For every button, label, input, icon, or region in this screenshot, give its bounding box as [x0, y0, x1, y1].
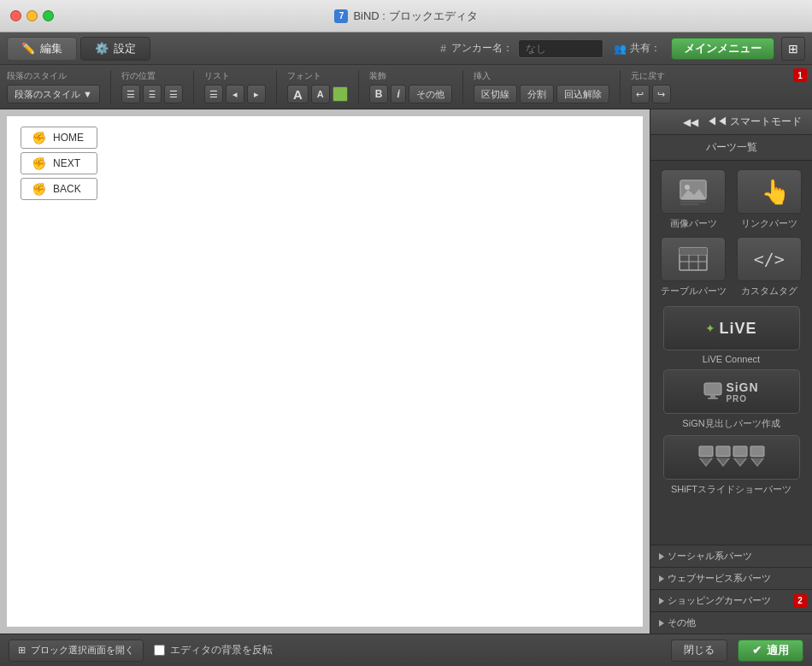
sign-text-area: SiGN PRO [726, 380, 758, 404]
next-nav-button[interactable]: ✊ NEXT [21, 152, 97, 174]
next-hand-icon: ✊ [32, 156, 46, 170]
apply-check-icon: ✔ [752, 644, 762, 657]
redo-icon: ↪ [657, 89, 665, 100]
live-dots-icon: ✦ [705, 321, 715, 335]
list-button[interactable]: ☰ [204, 85, 223, 103]
live-connect-button[interactable]: ✦ LiVE [663, 306, 800, 351]
tab-settings[interactable]: ⚙️ 設定 [80, 37, 150, 61]
svg-text:👆: 👆 [761, 178, 785, 206]
smart-mode-button[interactable]: ◀◀ ◀◀ スマートモード [650, 109, 812, 135]
anchor-input[interactable] [518, 39, 603, 58]
shopping-section[interactable]: ショッピングカーパーツ 2 [650, 589, 812, 611]
table-parts-item[interactable]: テーブルパーツ [659, 237, 728, 298]
align-right-icon: ☰ [169, 89, 178, 100]
background-invert-checkbox[interactable] [154, 645, 165, 656]
insert-label: 挿入 [474, 70, 491, 82]
svg-rect-21 [716, 446, 730, 457]
title-bar: 7 BiND : ブロックエディタ [0, 0, 812, 32]
custom-tag-item[interactable]: </> カスタムタグ [735, 237, 804, 298]
apply-label: 適用 [767, 643, 789, 658]
maximize-window-button[interactable] [43, 10, 54, 21]
web-service-section[interactable]: ウェブサービス系パーツ [650, 567, 812, 589]
share-area: 👥 共有： [614, 41, 661, 56]
indent-right-icon: ▸ [254, 89, 259, 100]
window-controls[interactable] [10, 10, 54, 21]
link-parts-button[interactable]: 👆 [737, 169, 802, 214]
social-section[interactable]: ソーシャル系パーツ [650, 545, 812, 567]
image-parts-label: 画像パーツ [670, 217, 717, 230]
color-swatch-button[interactable] [332, 86, 348, 102]
parts-grid: 画像パーツ 👆 リンクパーツ [650, 161, 812, 306]
close-button[interactable]: 閉じる [671, 639, 727, 662]
shopping-expand-icon [659, 598, 664, 604]
table-parts-button[interactable] [661, 237, 726, 281]
header-right-icon-button[interactable]: ⊞ [781, 37, 805, 61]
undo-button[interactable]: ↩ [631, 85, 650, 103]
sign-pro-item[interactable]: SiGN PRO SiGN見出しパーツ作成 [650, 369, 812, 435]
sign-monitor-icon [703, 382, 722, 401]
custom-tag-button[interactable]: </> [737, 237, 802, 281]
background-invert-label: エディタの背景を反転 [170, 643, 273, 657]
window-title: 7 BiND : ブロックエディタ [334, 9, 477, 24]
other-label: その他 [668, 616, 696, 629]
home-nav-button[interactable]: ✊ HOME [21, 127, 97, 149]
live-connect-item[interactable]: ✦ LiVE LiVE Connect [650, 306, 812, 369]
shift-slideshow-item[interactable]: SHiFTスライドショーパーツ [650, 435, 812, 501]
bold-button[interactable]: B [369, 85, 389, 103]
link-parts-item[interactable]: 👆 リンクパーツ [735, 169, 804, 230]
indent-right-button[interactable]: ▸ [247, 85, 266, 103]
live-connect-label: LiVE Connect [703, 354, 760, 364]
edit-tab-icon: ✏️ [21, 42, 35, 55]
other-expand-icon [659, 620, 664, 627]
badge-2: 2 [793, 594, 807, 608]
font-large-button[interactable]: A [287, 85, 309, 103]
minimize-window-button[interactable] [26, 10, 38, 21]
custom-tag-label: カスタムタグ [741, 285, 797, 298]
block-screen-icon: ⊞ [18, 645, 26, 656]
block-screen-label: ブロック選択画面を開く [31, 644, 134, 657]
wrap-remove-button[interactable]: 回込解除 [556, 85, 609, 103]
link-parts-label: リンクパーツ [741, 217, 797, 230]
paragraph-style-group: 段落のスタイル 段落のスタイル ▼ [7, 70, 100, 103]
split-button[interactable]: 分割 [520, 85, 554, 103]
social-label: ソーシャル系パーツ [668, 550, 752, 563]
tab-edit[interactable]: ✏️ 編集 [7, 37, 77, 61]
undo-group: 元に戻す ↩ ↪ [631, 70, 671, 103]
decoration-label: 装飾 [369, 70, 386, 82]
sign-pro-button[interactable]: SiGN PRO [663, 369, 800, 414]
shift-slideshow-button[interactable] [663, 435, 800, 480]
insert-group: 挿入 区切線 分割 回込解除 [474, 70, 609, 103]
anchor-area: # アンカー名： [440, 39, 603, 58]
close-window-button[interactable] [10, 10, 21, 21]
align-right-button[interactable]: ☰ [164, 85, 183, 103]
italic-button[interactable]: i [391, 85, 405, 103]
svg-rect-24 [733, 446, 747, 457]
image-parts-button[interactable] [661, 169, 726, 214]
block-screen-button[interactable]: ⊞ ブロック選択画面を開く [9, 639, 144, 662]
sign-pro-label: SiGN見出しパーツ作成 [682, 417, 780, 430]
background-invert-checkbox-area[interactable]: エディタの背景を反転 [154, 643, 273, 657]
divider-button[interactable]: 区切線 [474, 85, 517, 103]
font-small-button[interactable]: A [311, 85, 330, 103]
paragraph-style-button[interactable]: 段落のスタイル ▼ [7, 85, 100, 103]
align-left-button[interactable]: ☰ [121, 85, 140, 103]
paragraph-style-label: 段落のスタイル [7, 70, 67, 82]
header-bar: ✏️ 編集 ⚙️ 設定 # アンカー名： 👥 共有： メインメニュー ⊞ 1 [0, 32, 812, 65]
back-hand-icon: ✊ [32, 182, 46, 196]
image-parts-item[interactable]: 画像パーツ [659, 169, 728, 230]
back-nav-button[interactable]: ✊ BACK [21, 178, 97, 200]
share-label: 共有： [630, 41, 661, 56]
pro-text: PRO [726, 394, 747, 404]
apply-button[interactable]: ✔ 適用 [738, 639, 803, 662]
align-center-icon: ☰ [149, 89, 156, 100]
sign-text: SiGN [726, 380, 758, 394]
main-menu-button[interactable]: メインメニュー [671, 38, 774, 60]
other-decoration-button[interactable]: その他 [409, 85, 452, 103]
list-icon: ☰ [209, 89, 218, 100]
align-center-button[interactable]: ☰ [143, 85, 162, 103]
undo-label: 元に戻す [631, 70, 665, 82]
badge-1: 1 [793, 68, 807, 82]
redo-button[interactable]: ↪ [652, 85, 671, 103]
indent-left-button[interactable]: ◂ [226, 85, 244, 103]
other-section[interactable]: その他 [650, 611, 812, 634]
